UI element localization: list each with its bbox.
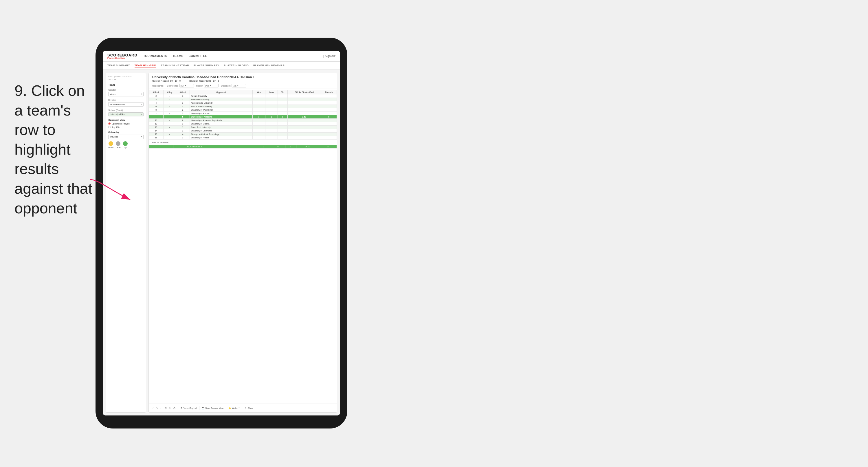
subnav-player-h2h-heatmap[interactable]: PLAYER H2H HEATMAP bbox=[253, 63, 284, 67]
toolbar-btn-4[interactable]: ⊡ bbox=[165, 407, 167, 409]
toolbar-divider-2 bbox=[199, 406, 199, 410]
gender-select[interactable]: Men's bbox=[108, 92, 144, 96]
table-header-row: # Rank # Reg # Conf Opponent Win Loss Ti… bbox=[149, 90, 337, 94]
logo-powered: Powered by clippd bbox=[107, 57, 137, 59]
grid-tbody: 2-1Auburn University3-2Vanderbilt Univer… bbox=[149, 94, 337, 140]
nav-committee[interactable]: COMMITTEE bbox=[189, 54, 208, 58]
redo-button[interactable]: ↪ bbox=[156, 407, 158, 409]
grid-table: # Rank # Reg # Conf Opponent Win Loss Ti… bbox=[149, 90, 337, 140]
opponent-view-title: Opponent View bbox=[108, 119, 144, 121]
colour-by-title: Colour by bbox=[108, 131, 144, 134]
legend-down: Down bbox=[108, 141, 114, 148]
overall-record: Overall Record: 89 - 17 - 0 bbox=[152, 80, 181, 82]
out-of-division-label: Out of division bbox=[149, 140, 337, 145]
legend-label-down: Down bbox=[108, 146, 114, 148]
out-of-division-table: NCAA Division II 1 0 0 26.00 3 bbox=[149, 145, 337, 148]
grid-table-container: # Rank # Reg # Conf Opponent Win Loss Ti… bbox=[149, 89, 337, 404]
col-header-reg: # Reg bbox=[163, 90, 176, 94]
nav-tournaments[interactable]: TOURNAMENTS bbox=[143, 54, 167, 58]
division-section: Division NCAA Division I bbox=[108, 99, 144, 107]
radio-circle-selected bbox=[108, 122, 111, 125]
school-select[interactable]: University of Nort... bbox=[108, 112, 144, 116]
opponent-view-section: Opponent View Opponents Played Top 100 bbox=[108, 119, 144, 128]
legend-label-level: Level bbox=[116, 146, 121, 148]
table-row[interactable]: --3University of Arizona bbox=[149, 112, 337, 115]
grid-records: Overall Record: 89 - 17 - 0 Division Rec… bbox=[152, 80, 334, 82]
table-row[interactable]: 4-1Arizona State University bbox=[149, 101, 337, 105]
table-row[interactable]: 11-6University of Arkansas, Fayetteville bbox=[149, 119, 337, 122]
table-row[interactable]: 2-1Auburn University bbox=[149, 94, 337, 98]
watch-button[interactable]: 🔔 Watch ▾ bbox=[228, 407, 240, 409]
save-custom-button[interactable]: 💾 Save Custom View bbox=[202, 407, 223, 409]
division-record: Division Record: 88 - 17 - 0 bbox=[189, 80, 219, 82]
radio-opponents-played[interactable]: Opponents Played bbox=[108, 122, 144, 125]
table-row[interactable]: --5University of Alabama3002.618 bbox=[149, 115, 337, 119]
navbar: SCOREBOARD Powered by clippd TOURNAMENTS… bbox=[103, 51, 340, 62]
conference-select[interactable]: (All)▾ bbox=[180, 84, 194, 87]
grid-header: University of North Carolina Head-to-Hea… bbox=[149, 73, 337, 89]
table-row[interactable]: 15-4Georgia Institute of Technology bbox=[149, 133, 337, 136]
out-div-loss: 0 bbox=[271, 145, 285, 148]
col-header-rounds: Rounds bbox=[321, 90, 337, 94]
instruction-text: 9. Click on a team's row to highlight re… bbox=[14, 81, 95, 218]
save-icon: 💾 bbox=[202, 407, 204, 409]
last-updated: Last Updated: 27/03/2024 16:55:38 bbox=[108, 75, 144, 81]
nav-right: | Sign out bbox=[323, 54, 336, 58]
out-div-conf bbox=[173, 145, 186, 148]
table-row[interactable]: 13-1Texas Tech University bbox=[149, 126, 337, 129]
subnav-team-summary[interactable]: TEAM SUMMARY bbox=[107, 63, 130, 67]
toolbar-divider bbox=[178, 406, 178, 410]
colour-by-section: Colour by Win/loss bbox=[108, 131, 144, 139]
table-row[interactable]: 8-2University of Washington bbox=[149, 108, 337, 112]
col-header-opponent: Opponent bbox=[190, 90, 252, 94]
out-of-division-row[interactable]: NCAA Division II 1 0 0 26.00 3 bbox=[149, 145, 337, 148]
table-row[interactable]: 14-2University of Oklahoma bbox=[149, 129, 337, 133]
opponent-select[interactable]: (All)▾ bbox=[231, 84, 246, 87]
filter-conference: Conference (All)▾ bbox=[167, 84, 194, 87]
team-section: Team bbox=[108, 83, 144, 86]
table-row[interactable]: 3-2Vanderbilt University bbox=[149, 98, 337, 101]
toolbar-btn-3[interactable]: ↩ bbox=[160, 407, 162, 409]
left-panel: Last Updated: 27/03/2024 16:55:38 Team G… bbox=[106, 73, 146, 413]
division-title: Division bbox=[108, 99, 144, 101]
radio-group: Opponents Played Top 100 bbox=[108, 122, 144, 128]
subnav-player-h2h-grid[interactable]: PLAYER H2H GRID bbox=[224, 63, 249, 67]
view-original-button[interactable]: 👁 View: Original bbox=[180, 407, 197, 409]
watch-icon: 🔔 bbox=[228, 407, 231, 409]
table-row[interactable]: 6-2Florida State University bbox=[149, 105, 337, 108]
region-select[interactable]: (All)▾ bbox=[204, 84, 219, 87]
toolbar-btn-5[interactable]: ✂ bbox=[169, 407, 171, 409]
out-div-reg bbox=[163, 145, 173, 148]
subnav-team-h2h-grid[interactable]: TEAM H2H GRID bbox=[134, 63, 156, 67]
colour-select[interactable]: Win/loss bbox=[108, 135, 144, 139]
nav-teams[interactable]: TEAMS bbox=[173, 54, 184, 58]
out-div-diff: 26.00 bbox=[296, 145, 319, 148]
eye-icon: 👁 bbox=[180, 407, 183, 409]
legend-label-up: Up bbox=[124, 146, 126, 148]
nav-links: TOURNAMENTS TEAMS COMMITTEE bbox=[143, 54, 317, 58]
division-select[interactable]: NCAA Division I bbox=[108, 102, 144, 107]
toolbar-divider-4 bbox=[242, 406, 242, 410]
school-section: School (Rank) University of Nort... bbox=[108, 109, 144, 116]
legend-circle-down bbox=[108, 141, 113, 146]
filter-region: Region (All)▾ bbox=[196, 84, 219, 87]
gender-section: Gender Men's bbox=[108, 89, 144, 96]
out-div-opponent: NCAA Division II bbox=[186, 145, 257, 148]
sign-out-link[interactable]: Sign out bbox=[325, 54, 336, 58]
legend: Down Level Up bbox=[108, 141, 144, 148]
col-header-tie: Tie bbox=[278, 90, 288, 94]
legend-up: Up bbox=[123, 141, 128, 148]
radio-top-100[interactable]: Top 100 bbox=[108, 126, 144, 128]
filter-opponents-label: Opponents: bbox=[152, 85, 163, 87]
legend-circle-level bbox=[116, 141, 120, 146]
out-div-rounds: 3 bbox=[319, 145, 337, 148]
undo-button[interactable]: ↩ bbox=[152, 407, 154, 409]
table-row[interactable]: 12-3University of Virginia bbox=[149, 122, 337, 126]
toolbar-btn-6[interactable]: ◷ bbox=[174, 407, 176, 409]
subnav-team-h2h-heatmap[interactable]: TEAM H2H HEATMAP bbox=[161, 63, 189, 67]
subnav-player-summary[interactable]: PLAYER SUMMARY bbox=[194, 63, 219, 67]
gender-title: Gender bbox=[108, 89, 144, 91]
out-div-tie: 0 bbox=[285, 145, 296, 148]
share-button[interactable]: ↗ Share bbox=[245, 407, 253, 409]
table-row[interactable]: 16-3University of Florida bbox=[149, 136, 337, 140]
